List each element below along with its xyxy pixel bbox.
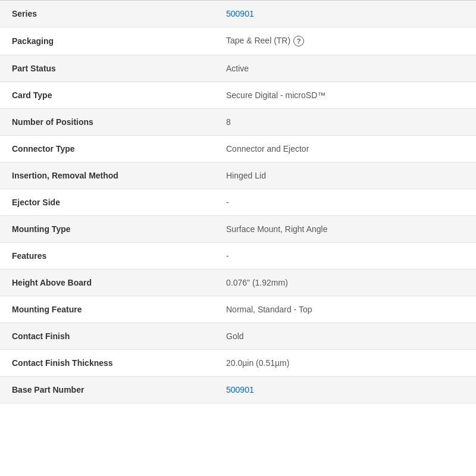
spec-label: Mounting Feature — [0, 296, 214, 323]
spec-value: Normal, Standard - Top — [214, 296, 476, 323]
spec-value: 500901 — [214, 377, 476, 403]
table-row: Series500901 — [0, 1, 476, 27]
spec-value: 20.0µin (0.51µm) — [214, 350, 476, 377]
spec-label: Packaging — [0, 27, 214, 55]
table-row: Contact Finish Thickness20.0µin (0.51µm) — [0, 350, 476, 377]
spec-label: Number of Positions — [0, 109, 214, 136]
spec-value: - — [214, 243, 476, 270]
spec-label: Card Type — [0, 82, 214, 109]
spec-label: Part Status — [0, 55, 214, 82]
table-row: Insertion, Removal MethodHinged Lid — [0, 162, 476, 189]
table-row: Mounting TypeSurface Mount, Right Angle — [0, 216, 476, 243]
spec-value: Connector and Ejector — [214, 136, 476, 162]
spec-label: Insertion, Removal Method — [0, 162, 214, 189]
table-row: Part StatusActive — [0, 55, 476, 82]
spec-label: Ejector Side — [0, 189, 214, 216]
spec-label: Contact Finish — [0, 323, 214, 350]
table-row: Contact FinishGold — [0, 323, 476, 350]
table-row: Connector TypeConnector and Ejector — [0, 136, 476, 162]
specs-table: Series500901PackagingTape & Reel (TR)?Pa… — [0, 0, 476, 403]
spec-label: Base Part Number — [0, 377, 214, 403]
spec-value: 500901 — [214, 1, 476, 27]
spec-value: - — [214, 189, 476, 216]
table-row: Card TypeSecure Digital - microSD™ — [0, 82, 476, 109]
spec-link[interactable]: 500901 — [226, 385, 254, 394]
table-row: Base Part Number500901 — [0, 377, 476, 403]
table-row: Ejector Side- — [0, 189, 476, 216]
spec-label: Connector Type — [0, 136, 214, 162]
spec-value: Surface Mount, Right Angle — [214, 216, 476, 243]
table-row: Features- — [0, 243, 476, 270]
spec-value: Secure Digital - microSD™ — [214, 82, 476, 109]
table-row: Number of Positions8 — [0, 109, 476, 136]
spec-value: 8 — [214, 109, 476, 136]
spec-value: Tape & Reel (TR)? — [214, 27, 476, 55]
spec-label: Series — [0, 1, 214, 27]
table-row: Mounting FeatureNormal, Standard - Top — [0, 296, 476, 323]
spec-value: Gold — [214, 323, 476, 350]
table-row: Height Above Board0.076" (1.92mm) — [0, 270, 476, 296]
spec-text: Tape & Reel (TR) — [226, 36, 290, 45]
spec-value: Active — [214, 55, 476, 82]
table-row: PackagingTape & Reel (TR)? — [0, 27, 476, 55]
spec-value: 0.076" (1.92mm) — [214, 270, 476, 296]
spec-label: Height Above Board — [0, 270, 214, 296]
help-icon[interactable]: ? — [293, 36, 304, 46]
spec-value: Hinged Lid — [214, 162, 476, 189]
spec-label: Features — [0, 243, 214, 270]
spec-label: Contact Finish Thickness — [0, 350, 214, 377]
spec-link[interactable]: 500901 — [226, 9, 254, 18]
spec-label: Mounting Type — [0, 216, 214, 243]
